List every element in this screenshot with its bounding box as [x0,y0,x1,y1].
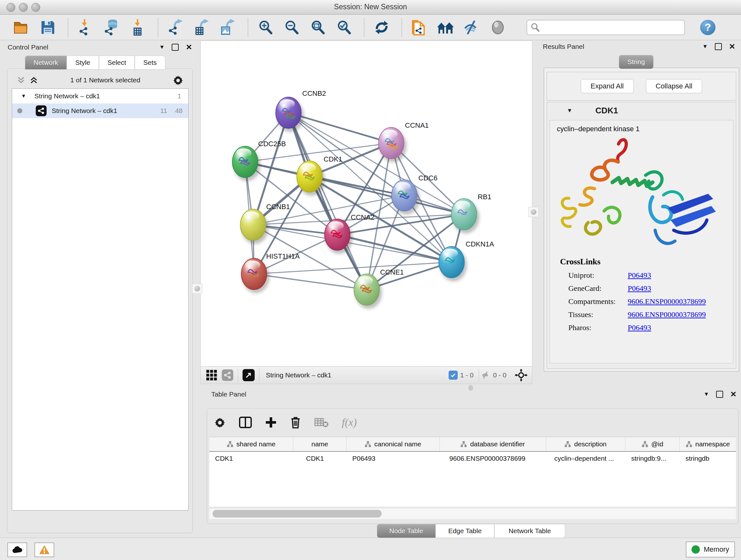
import-table-from-file-button[interactable] [129,18,147,37]
create-column-icon[interactable] [265,417,277,428]
control-panel-close-icon[interactable]: ✕ [186,44,192,50]
cdk1-section-expand-icon[interactable]: ▼ [567,107,572,114]
network-node-cdkn1a[interactable]: CDKN1A [439,240,494,281]
cell-database-identifier[interactable]: 9606.ENSP00000378699 [440,452,546,465]
network-node-ccnb2[interactable]: CCNB2 [276,89,326,132]
export-network-button[interactable] [166,18,185,37]
network-row-selected[interactable]: String Network – cdk1 11 48 [12,104,188,118]
show-columns-icon[interactable] [239,417,252,428]
right-splitter-handle[interactable] [529,207,539,217]
grid-view-icon[interactable] [206,369,217,381]
crosslink-uniprot-link[interactable]: P06493 [628,271,651,280]
zoom-fit-button[interactable] [309,18,327,37]
column-header-description[interactable]: description [546,437,625,451]
cell-description[interactable]: cyclin–dependent ... [546,452,625,465]
tab-string[interactable]: String [619,55,654,69]
save-session-button[interactable] [39,18,57,37]
cell-shared-name[interactable]: CDK1 [209,452,293,465]
memory-button[interactable]: Memory [686,542,735,557]
birdseye-view-icon[interactable] [222,369,233,381]
bottom-splitter-handle[interactable] [468,385,473,391]
tab-sets[interactable]: Sets [135,56,165,70]
network-options-gear-icon[interactable] [173,75,184,85]
table-panel-close-icon[interactable]: ✕ [730,391,737,397]
control-panel-menu-icon[interactable]: ▼ [159,44,165,51]
column-header-database-identifier[interactable]: database identifier [440,437,546,451]
results-panel-close-icon[interactable]: ✕ [729,44,735,50]
results-panel-float-icon[interactable] [715,43,722,50]
tab-style[interactable]: Style [67,56,99,70]
tab-network-table[interactable]: Network Table [494,524,565,538]
fit-content-crosshair-icon[interactable] [515,369,528,381]
warning-button[interactable] [35,543,54,557]
column-header-shared-name[interactable]: shared name [209,437,293,451]
column-header-namespace[interactable]: namespace [680,437,736,451]
network-edge[interactable] [288,113,367,290]
home-button[interactable] [436,18,455,37]
tab-edge-table[interactable]: Edge Table [435,524,494,538]
network-node-cdc6[interactable]: CDC6 [392,174,437,214]
preview-button[interactable] [489,18,507,37]
table-panel: Table Panel ▼ ✕ f(x) shared name [207,388,741,539]
hidden-eye-icon[interactable] [481,371,490,379]
show-hide-graphics-details-button[interactable] [463,18,481,37]
table-settings-gear-icon[interactable] [214,417,226,428]
crosslink-compartments-link[interactable]: 9606.ENSP00000378699 [628,297,706,306]
zoom-out-button[interactable] [283,18,300,37]
zoom-in-button[interactable] [257,18,274,37]
network-node-rb1[interactable]: RB1 [451,193,491,233]
table-panel-float-icon[interactable] [716,391,723,398]
collapse-all-button[interactable]: Collapse All [646,79,702,93]
search-input[interactable] [542,22,680,33]
table-horizontal-scrollbar[interactable] [209,508,736,519]
zoom-selected-button[interactable] [335,18,353,37]
network-view-toolbar: String Network – cdk1 1 - 0 0 - 0 [201,366,532,384]
import-network-from-database-button[interactable] [103,18,121,37]
left-splitter-handle[interactable] [192,284,202,294]
export-table-button[interactable] [193,18,211,37]
table-panel-menu-icon[interactable]: ▼ [704,391,709,397]
control-panel-float-icon[interactable] [172,44,179,51]
export-image-button[interactable] [219,18,237,37]
control-panel-title: Control Panel [8,44,48,51]
network-node-ccne1[interactable]: CCNE1 [354,268,404,309]
selected-checkbox-icon[interactable] [449,371,458,380]
network-canvas[interactable]: CCNB2CCNA1CDC25BCDK1CDC6RB1CCNB1CCNA2CDK… [201,41,532,367]
apply-preferred-layout-button[interactable] [373,18,391,37]
tab-node-table[interactable]: Node Table [377,524,435,538]
tab-select[interactable]: Select [99,56,135,70]
cell-name[interactable]: CDK1 [293,452,347,465]
open-session-button[interactable] [13,18,30,37]
network-node-cdc25b[interactable]: CDC25B [232,140,286,181]
cell-canonical-name[interactable]: P06493 [347,452,440,465]
column-header-id[interactable]: @id [625,437,680,451]
network-collection-row[interactable]: ▼ String Network – cdk1 1 [12,89,188,104]
expand-all-networks-icon[interactable] [30,76,38,84]
cdk1-section-title: CDK1 [596,106,618,116]
column-header-canonical-name[interactable]: canonical name [347,437,440,451]
crosslink-genecard-link[interactable]: P06493 [628,284,651,293]
collapse-all-networks-icon[interactable] [17,76,25,84]
delete-table-icon[interactable] [314,417,328,428]
crosslink-pharos-link[interactable]: P06493 [628,323,651,332]
crosslink-tissues-link[interactable]: 9606.ENSP00000378699 [628,310,706,319]
cell-id[interactable]: stringdb:9... [625,452,680,465]
tab-network[interactable]: Network [25,56,67,70]
function-builder-icon[interactable]: f(x) [342,416,357,428]
scrollbar-thumb[interactable] [212,510,382,517]
cloud-button[interactable] [7,543,27,557]
network-edge[interactable] [288,113,391,143]
results-panel-menu-icon[interactable]: ▼ [702,44,708,50]
help-icon[interactable]: ? [700,20,716,35]
collection-expand-icon[interactable]: ▼ [21,93,26,99]
delete-column-icon[interactable] [290,416,301,428]
column-header-name[interactable]: name [293,437,347,451]
share-document-button[interactable] [410,18,428,37]
cell-namespace[interactable]: stringdb [680,452,736,465]
expand-all-button[interactable]: Expand All [581,79,634,93]
network-edge[interactable] [254,274,367,290]
detach-view-icon[interactable] [243,369,255,381]
import-network-from-file-button[interactable] [77,18,94,37]
table-row[interactable]: CDK1 CDK1 P06493 9606.ENSP00000378699 cy… [209,452,736,465]
network-node-ccna1[interactable]: CCNA1 [379,121,429,162]
